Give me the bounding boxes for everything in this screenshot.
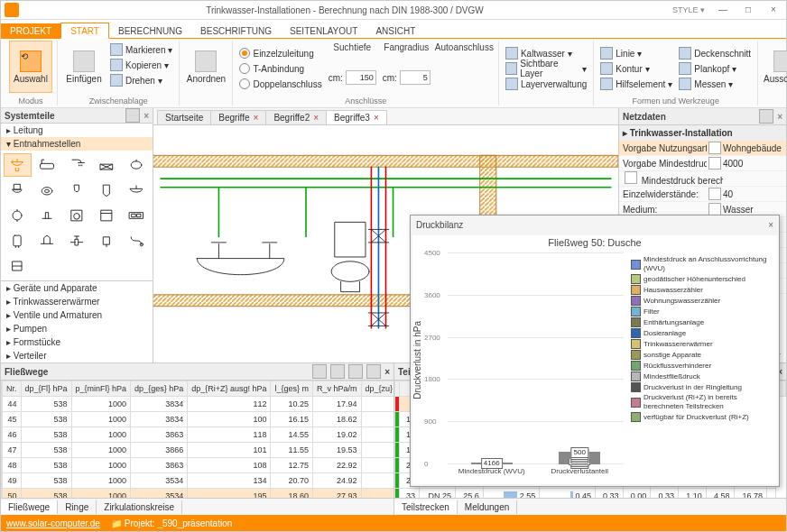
autoanschluss-button[interactable] [456,53,472,69]
vendor-link[interactable]: www.solar-computer.de [6,518,100,528]
close-icon[interactable]: × [254,113,259,123]
btab-fliesswege[interactable]: Fließwege [1,500,58,514]
fixture-washer-icon[interactable] [63,204,91,227]
linie-button[interactable]: Linie ▾ [598,46,674,60]
doctab-begriffe[interactable]: Begriffe× [210,110,266,124]
btab-teilstrecken[interactable]: Teilstrecken [394,500,458,514]
table-row[interactable]: 485381000386310812.7522.9299 [2,458,394,473]
tab-ansicht[interactable]: ANSICHT [366,23,424,38]
doctab-begriffe3[interactable]: Begriffe3× [326,110,387,124]
fixture-boiler-icon[interactable] [4,229,32,252]
fixture-outlet-icon[interactable] [92,229,120,252]
fixture-showertray-icon[interactable] [92,153,120,177]
table-row[interactable]: 455381000383410016.1518.6269 [2,412,394,427]
doppelanschluss-radio[interactable]: Doppelanschluss [237,77,323,91]
anordnen-button[interactable]: Anordnen [184,41,227,93]
cat-leitung[interactable]: ▸ Leitung [1,124,153,137]
fixture-washbasin-icon[interactable] [4,153,32,177]
panel-close-icon[interactable]: × [144,111,149,121]
deckenschnitt-button[interactable]: Deckenschnitt [677,46,753,60]
svg-point-6 [13,211,22,220]
auswahl-button[interactable]: ⟲Auswahl [9,41,52,93]
panel-pin-icon[interactable] [759,109,773,124]
tab-beschriftung[interactable]: BESCHRIFTUNG [191,23,281,38]
cat-formstuecke[interactable]: ▸ Formstücke [1,335,153,349]
btab-ringe[interactable]: Ringe [58,500,97,514]
fixture-wc-icon[interactable] [4,179,32,202]
markieren-button[interactable]: Markieren ▾ [108,42,174,57]
hilfselement-button[interactable]: Hilfselement ▾ [598,77,674,91]
fixture-bidet-icon[interactable] [122,153,150,177]
kopieren-button[interactable]: Kopieren ▾ [108,58,174,72]
table-row[interactable]: 465381000386311814.5519.0292 [2,427,394,443]
fixture-dishwasher-icon[interactable] [92,204,120,227]
layerverwaltung-button[interactable]: Layerverwaltung [504,77,588,91]
einzelzuleitung-radio[interactable]: Einzelzuleitung [237,46,323,60]
close-icon[interactable]: × [313,113,319,123]
plankopf-button[interactable]: Plankopf ▾ [677,61,753,76]
tab-start[interactable]: START [60,23,109,39]
ausschnitt-button[interactable]: Ausschnitt [763,41,787,93]
btab-meldungen[interactable]: Meldungen [458,500,517,514]
maximize-button[interactable]: □ [736,2,761,18]
sichtbare-layer-button[interactable]: Sichtbare Layer ▾ [504,61,588,76]
doctab-begriffe2[interactable]: Begriffe2× [265,110,327,124]
cat-entnahmestellen[interactable]: ▾ Entnahmestellen [1,137,153,151]
panel-pin-icon[interactable] [366,364,381,379]
ribbon-tabs: PROJEKT START BERECHNUNG BESCHRIFTUNG SE… [1,20,786,39]
systemteile-title: Systemteile [5,111,55,121]
property-row[interactable]: Einzelwiderstände:40 [619,187,786,202]
close-icon[interactable]: × [374,113,379,123]
table-row[interactable]: 495381000353413420.7024.9287 [2,473,394,489]
suchtiefe-input[interactable]: 150 [346,70,376,85]
fangradius-input[interactable]: 5 [400,70,431,85]
property-row[interactable]: Vorgabe Nutzungsart:Wohngebäude [619,141,786,156]
panel-tool-icon[interactable] [348,364,363,379]
panel-pin-icon[interactable] [125,108,140,123]
table-row[interactable]: 475381000386610111.5519.5376 [2,443,394,458]
fixture-sink-icon[interactable] [122,179,150,202]
fixture-tap1-icon[interactable] [4,204,32,227]
panel-tool-icon[interactable] [330,364,345,379]
close-icon[interactable]: × [768,220,773,230]
fliesswege-table[interactable]: Nr.dp_{Fl} hPap_{minFl} hPadp_{ges} hPad… [1,381,394,498]
property-row[interactable]: Mindestdruck berechnen [619,171,786,187]
cat-pumpen[interactable]: ▸ Pumpen [1,322,153,335]
tab-berechnung[interactable]: BERECHNUNG [109,23,191,38]
einfuegen-button[interactable]: Einfügen [62,41,106,93]
tanbindung-radio[interactable]: T-Anbindung [237,61,323,76]
cat-verteiler[interactable]: ▸ Verteiler [1,349,153,362]
btab-zirkulation[interactable]: Zirkulationskreise [97,500,182,514]
close-button[interactable]: × [761,2,786,18]
minimize-button[interactable]: — [710,2,736,18]
fixture-bathtub-icon[interactable] [33,153,61,177]
tab-seitenlayout[interactable]: SEITENLAYOUT [281,23,366,38]
druckbilanz-window[interactable]: Druckbilanz× Fließweg 50: Dusche Druckve… [410,215,780,487]
tab-projekt[interactable]: PROJEKT [1,23,60,38]
panel-close-icon[interactable]: × [777,112,782,122]
fixture-tap2-icon[interactable] [33,204,61,227]
drehen-button[interactable]: Drehen ▾ [108,73,174,87]
fixture-urinal-icon[interactable] [63,179,91,202]
panel-close-icon[interactable]: × [384,367,390,377]
panel-tool-icon[interactable] [312,364,327,379]
table-row[interactable]: 505381000353419518.6027.9399 [2,489,394,499]
messen-button[interactable]: Messen ▾ [677,77,753,91]
fixture-ksink-icon[interactable] [122,204,150,227]
cat-ventile[interactable]: ▸ Ventile und Armaturen [1,308,153,322]
cat-trinkwasser[interactable]: ▸ Trinkwassererwärmer [1,295,153,308]
fixture-wc2-icon[interactable] [33,179,61,202]
fixture-extra-icon[interactable] [4,254,32,278]
table-row[interactable]: 445381000383411210.2517.9453 [2,397,394,412]
table-row[interactable]: 33DN 2525.6 2.55 0.450.330.000.331.104.5… [395,489,786,499]
doctab-startseite[interactable]: Startseite [157,110,211,124]
style-menu[interactable]: STYLE ▾ [667,5,710,14]
fixture-mixer-icon[interactable] [33,229,61,252]
kontur-button[interactable]: Kontur ▾ [598,61,674,76]
fixture-urinal2-icon[interactable] [92,179,120,202]
fixture-shower-icon[interactable] [63,153,91,177]
cat-geraete[interactable]: ▸ Geräte und Apparate [1,281,153,295]
fixture-hose-icon[interactable] [122,229,150,252]
property-row[interactable]: Vorgabe Mindestdruck (W...4000 [619,156,786,171]
fixture-valve-icon[interactable] [63,229,91,252]
